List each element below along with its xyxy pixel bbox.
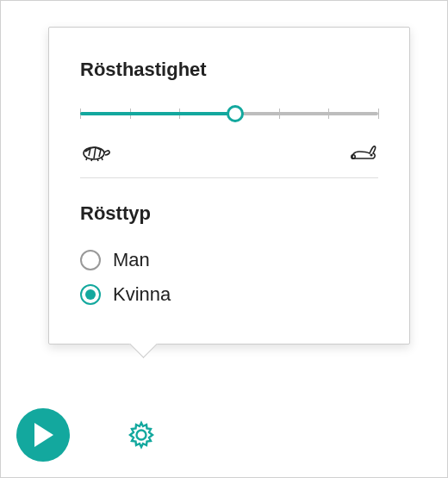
svg-point-2 [352, 155, 355, 158]
voice-settings-panel: Rösthastighet Rösttyp Man [48, 27, 410, 345]
radio-label: Kvinna [113, 283, 171, 306]
gear-icon [124, 418, 159, 452]
rabbit-icon [347, 141, 378, 162]
settings-button[interactable] [123, 417, 159, 453]
speed-title: Rösthastighet [80, 59, 378, 81]
play-icon [34, 423, 55, 447]
radio-dot [85, 289, 96, 300]
turtle-icon [80, 141, 111, 162]
radio-label: Man [113, 249, 150, 271]
slider-fill [80, 112, 235, 115]
svg-point-1 [370, 154, 372, 156]
svg-point-4 [137, 431, 146, 440]
divider [80, 177, 378, 178]
slider-thumb[interactable] [227, 105, 244, 122]
radio-option-man[interactable]: Man [80, 249, 378, 271]
voice-title: Rösttyp [80, 202, 378, 225]
radio-option-kvinna[interactable]: Kvinna [80, 283, 378, 306]
speed-slider[interactable] [80, 105, 378, 140]
svg-marker-3 [34, 423, 53, 447]
radio-indicator [80, 250, 101, 270]
radio-indicator [80, 284, 101, 305]
play-button[interactable] [16, 408, 70, 462]
